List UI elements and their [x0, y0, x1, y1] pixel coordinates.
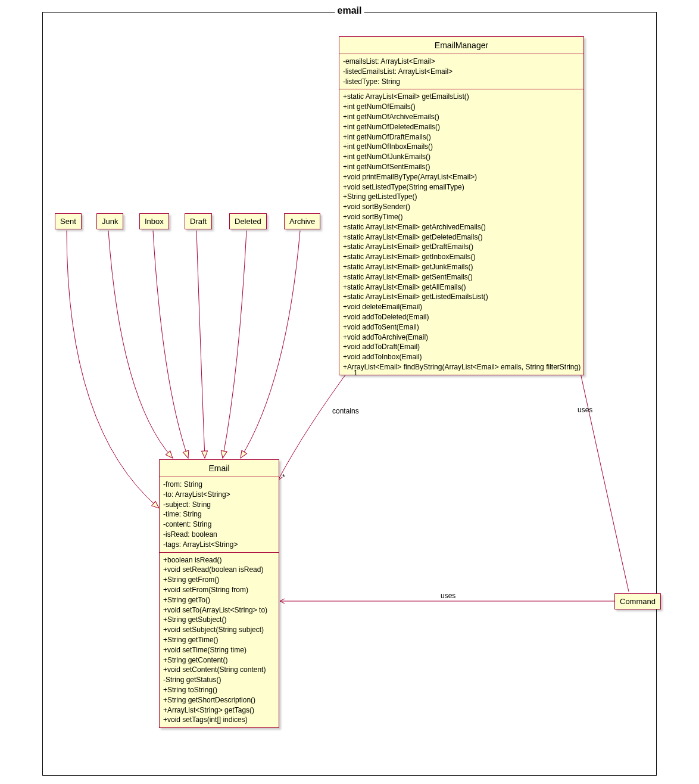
- member-line: +void addToInbox(Email): [343, 352, 580, 362]
- member-line: +void setContent(String content): [163, 665, 275, 675]
- member-line: +ArrayList<String> getTags(): [163, 705, 275, 715]
- member-line: +static ArrayList<Email> getDeletedEmail…: [343, 232, 580, 242]
- member-line: +String getTime(): [163, 635, 275, 645]
- member-line: +ArrayList<Email> findByString(ArrayList…: [343, 362, 580, 372]
- member-line: -listedType: String: [343, 77, 580, 87]
- member-line: +int getNumOfSentEmails(): [343, 162, 580, 172]
- member-line: +void addToArchive(Email): [343, 332, 580, 343]
- rel-contains: contains: [332, 407, 359, 415]
- package-email: email Sent J: [42, 12, 657, 776]
- member-line: +String getContent(): [163, 655, 275, 665]
- member-line: +void sortByTime(): [343, 212, 580, 222]
- member-line: -subject: String: [163, 500, 275, 510]
- member-line: +String getFrom(): [163, 575, 275, 585]
- member-line: +void setFrom(String from): [163, 585, 275, 595]
- attrs-email: -from: String-to: ArrayList<String>-subj…: [160, 477, 279, 553]
- member-line: -content: String: [163, 519, 275, 530]
- member-line: +void setTags(int[] indices): [163, 715, 275, 725]
- member-line: +int getNumOfDeletedEmails(): [343, 122, 580, 132]
- member-line: +static ArrayList<Email> getSentEmails(): [343, 272, 580, 282]
- attrs-email-manager: -emailsList: ArrayList<Email>-listedEmai…: [339, 54, 583, 89]
- member-line: +void setListedType(String emailType): [343, 182, 580, 192]
- member-line: +int getNumOfJunkEmails(): [343, 152, 580, 162]
- member-line: +void sortBySender(): [343, 202, 580, 212]
- member-line: +void printEmailByType(ArrayList<Email>): [343, 172, 580, 182]
- class-junk: Junk: [96, 213, 123, 229]
- class-email-manager: EmailManager -emailsList: ArrayList<Emai…: [339, 36, 584, 375]
- mult-many: *: [282, 473, 285, 481]
- member-line: -isRead: boolean: [163, 530, 275, 540]
- member-line: +static ArrayList<Email> getEmailsList(): [343, 92, 580, 102]
- methods-email: +boolean isRead()+void setRead(boolean i…: [160, 553, 279, 728]
- class-title-email-manager: EmailManager: [339, 37, 583, 54]
- member-line: +static ArrayList<Email> getInboxEmails(…: [343, 252, 580, 262]
- member-line: +void setSubject(String subject): [163, 625, 275, 635]
- rel-uses-2: uses: [441, 592, 455, 600]
- member-line: -tags: ArrayList<String>: [163, 540, 275, 550]
- member-line: +void addToDeleted(Email): [343, 312, 580, 322]
- class-archive: Archive: [284, 213, 320, 229]
- class-title-email: Email: [160, 460, 279, 477]
- member-line: -time: String: [163, 509, 275, 519]
- class-email: Email -from: String-to: ArrayList<String…: [159, 459, 279, 728]
- methods-email-manager: +static ArrayList<Email> getEmailsList()…: [339, 89, 583, 374]
- member-line: +static ArrayList<Email> getDraftEmails(…: [343, 242, 580, 252]
- member-line: +String getSubject(): [163, 615, 275, 625]
- member-line: +String getListedType(): [343, 192, 580, 202]
- member-line: -emailsList: ArrayList<Email>: [343, 57, 580, 67]
- member-line: +int getNumOfDraftEmails(): [343, 132, 580, 142]
- member-line: +String getTo(): [163, 595, 275, 605]
- class-deleted: Deleted: [229, 213, 267, 229]
- member-line: -String getStatus(): [163, 675, 275, 685]
- member-line: +int getNumOfEmails(): [343, 102, 580, 112]
- rel-uses-1: uses: [578, 406, 592, 414]
- member-line: +int getNumOfArchiveEmails(): [343, 112, 580, 122]
- package-label: email: [335, 5, 364, 16]
- mult-one: 1: [354, 369, 358, 377]
- member-line: -to: ArrayList<String>: [163, 490, 275, 500]
- member-line: +String toString(): [163, 685, 275, 695]
- member-line: +void setRead(boolean isRead): [163, 565, 275, 575]
- member-line: +static ArrayList<Email> getJunkEmails(): [343, 262, 580, 272]
- member-line: -listedEmailsList: ArrayList<Email>: [343, 67, 580, 77]
- member-line: +int getNumOfInboxEmails(): [343, 142, 580, 152]
- member-line: +void setTo(ArrayList<String> to): [163, 605, 275, 615]
- member-line: +static ArrayList<Email> getArchivedEmai…: [343, 222, 580, 232]
- class-sent: Sent: [55, 213, 82, 229]
- class-inbox: Inbox: [139, 213, 169, 229]
- member-line: +static ArrayList<Email> getAllEmails(): [343, 282, 580, 293]
- member-line: +static ArrayList<Email> getListedEmails…: [343, 292, 580, 302]
- class-command: Command: [614, 593, 661, 609]
- member-line: +void deleteEmail(Email): [343, 302, 580, 312]
- member-line: -from: String: [163, 480, 275, 490]
- member-line: +String getShortDescription(): [163, 695, 275, 705]
- member-line: +void addToSent(Email): [343, 322, 580, 332]
- class-draft: Draft: [185, 213, 212, 229]
- member-line: +boolean isRead(): [163, 555, 275, 565]
- member-line: +void addToDraft(Email): [343, 342, 580, 352]
- member-line: +void setTime(String time): [163, 645, 275, 655]
